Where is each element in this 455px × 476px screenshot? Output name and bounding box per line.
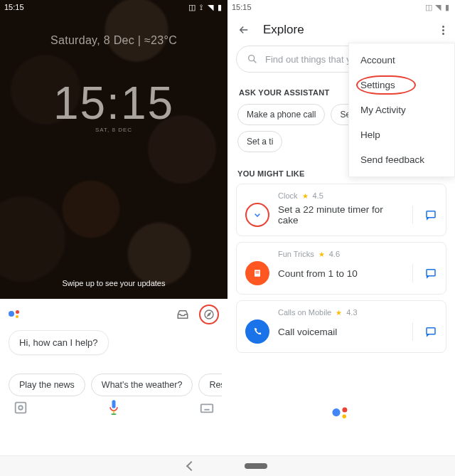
card-rating: 4.5	[313, 191, 323, 200]
back-button[interactable]	[237, 23, 250, 36]
svg-point-11	[249, 55, 255, 61]
ask-pill[interactable]: Make a phone call	[237, 104, 325, 125]
mic-icon[interactable]	[107, 398, 121, 417]
explore-screen: 15:15 ◫ ◥ ▮ Explore Find out things that…	[228, 0, 455, 455]
app-bar: Explore	[228, 14, 455, 46]
yml-label: YOU MIGHT LIKE	[237, 169, 305, 178]
wifi-icon: ◥	[207, 4, 214, 11]
menu-item-settings[interactable]: Settings	[349, 73, 454, 97]
status-bar: 15:15 ◫ ◥ ▮	[228, 0, 455, 14]
svg-rect-13	[427, 211, 435, 218]
svg-rect-17	[427, 270, 435, 276]
card-text: Call voicemail	[278, 327, 401, 337]
search-placeholder: Find out things that yo	[265, 54, 356, 65]
svg-rect-1	[16, 403, 26, 413]
svg-point-2	[18, 406, 23, 410]
overflow-menu-button[interactable]	[442, 26, 445, 35]
nav-bar	[0, 455, 455, 476]
location-icon: ⟟	[198, 4, 205, 11]
vibrate-icon: ◫	[188, 4, 196, 11]
lock-clock: 15:15	[0, 77, 228, 129]
card-category: Clock	[278, 191, 298, 200]
status-time: 15:15	[232, 3, 252, 11]
phone-icon	[245, 319, 269, 344]
star-icon: ★	[318, 250, 325, 258]
battery-icon: ▮	[444, 4, 451, 11]
page-title: Explore	[263, 23, 429, 37]
assistant-greeting: Hi, how can I help?	[9, 330, 109, 355]
swipe-hint[interactable]: Swipe up to see your updates	[0, 279, 228, 287]
suggestion-card[interactable]: Calls on Mobile★4.3 Call voicemail	[236, 300, 446, 353]
card-text: Set a 22 minute timer for cake	[278, 204, 401, 226]
chevron-down-icon	[245, 203, 269, 227]
card-category: Calls on Mobile	[278, 308, 331, 317]
overflow-menu: Account Settings My Activity Help Send f…	[348, 43, 455, 177]
lockscreen: 15:15 ◫ ⟟ ◥ ▮ Saturday, 8 Dec | ≈23°C 15…	[0, 0, 228, 455]
vibrate-icon: ◫	[425, 4, 432, 11]
assistant-panel: Hi, how can I help? Play the news What's…	[0, 299, 228, 423]
date-weather: Saturday, 8 Dec | ≈23°C	[0, 34, 228, 47]
keyboard-icon[interactable]	[199, 400, 215, 416]
card-category: Fun Tricks	[278, 250, 314, 258]
nav-back-button[interactable]	[186, 461, 196, 471]
note-icon	[245, 261, 269, 285]
status-time: 15:15	[4, 3, 24, 11]
menu-item-send-feedback[interactable]: Send feedback	[349, 147, 454, 172]
svg-line-12	[254, 60, 257, 63]
svg-rect-18	[427, 328, 435, 334]
svg-point-0	[205, 310, 213, 319]
menu-item-help[interactable]: Help	[349, 122, 454, 147]
svg-rect-15	[255, 271, 259, 272]
nav-home-button[interactable]	[245, 463, 267, 469]
svg-rect-3	[112, 400, 116, 408]
svg-rect-6	[201, 404, 213, 412]
card-text: Count from 1 to 10	[278, 268, 401, 279]
search-icon	[247, 53, 258, 65]
star-icon: ★	[302, 192, 309, 200]
suggestion-card[interactable]: Clock★4.5 Set a 22 minute timer for cake	[236, 184, 446, 236]
assistant-logo-icon	[335, 407, 348, 420]
lock-clock-sub: SAT, 8 DEC	[0, 127, 228, 133]
card-rating: 4.6	[329, 250, 340, 258]
suggestion-chip[interactable]: What's the weather?	[91, 374, 193, 396]
suggestion-chip[interactable]: Restau	[198, 374, 222, 396]
lens-icon[interactable]	[13, 400, 28, 416]
message-icon[interactable]	[424, 208, 437, 221]
wifi-icon: ◥	[434, 4, 441, 11]
explore-button[interactable]	[199, 305, 219, 324]
ask-pill[interactable]: Set a ti	[237, 131, 282, 152]
svg-rect-16	[255, 273, 259, 273]
status-bar: 15:15 ◫ ⟟ ◥ ▮	[0, 0, 228, 14]
menu-item-account[interactable]: Account	[349, 48, 454, 73]
suggestion-chip[interactable]: Play the news	[9, 374, 85, 396]
battery-icon: ▮	[216, 4, 223, 11]
card-rating: 4.3	[346, 308, 357, 317]
assistant-logo-icon	[9, 308, 21, 321]
message-icon[interactable]	[424, 267, 437, 280]
message-icon[interactable]	[424, 325, 437, 338]
star-icon: ★	[336, 309, 342, 317]
suggestion-card[interactable]: Fun Tricks★4.6 Count from 1 to 10	[236, 242, 446, 295]
suggestion-chips: Play the news What's the weather? Restau	[6, 374, 222, 396]
menu-item-my-activity[interactable]: My Activity	[349, 97, 454, 122]
updates-icon[interactable]	[176, 308, 189, 321]
